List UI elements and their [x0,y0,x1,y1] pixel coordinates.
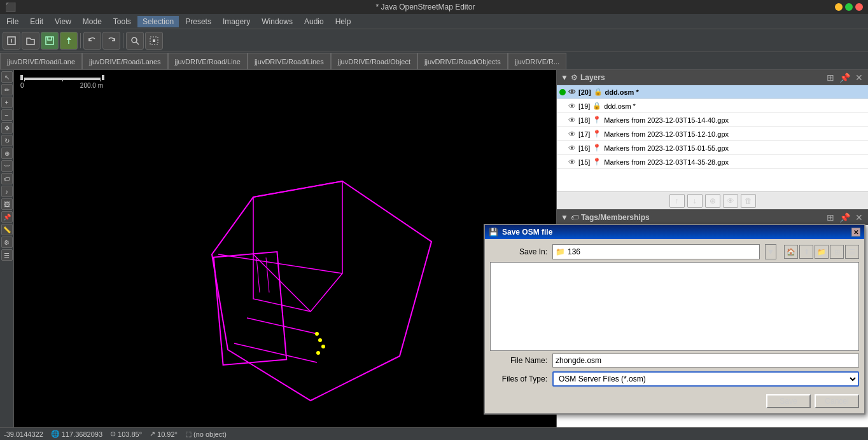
menu-audio[interactable]: Audio [299,16,329,27]
layer-eye-17[interactable]: 👁 [568,130,576,139]
svg-marker-10 [253,181,342,312]
tags-close-btn[interactable]: ✕ [854,212,864,223]
layer-name-18: Markers from 2023-12-03T15-14-40.gpx [604,116,729,124]
layer-row[interactable]: 👁 [16] 📍 Markers from 2023-12-03T15-01-5… [557,141,868,155]
save-view-btn1[interactable]: ⊞ [830,245,844,259]
lt-zoom-out-btn[interactable]: − [1,109,13,121]
layer-eye-18[interactable]: 👁 [568,116,576,125]
svg-point-4 [132,38,137,43]
lt-zoom-in-btn[interactable]: + [1,97,13,108]
lt-tag-btn[interactable]: 🏷 [1,173,13,184]
layer-row[interactable]: 👁 [18] 📍 Markers from 2023-12-03T15-14-4… [557,113,868,127]
menu-presets[interactable]: Presets [180,16,216,27]
layer-down-btn[interactable]: ↓ [687,194,703,208]
lt-layers-btn[interactable]: ☰ [1,249,13,261]
layer-eye-20[interactable]: 👁 [568,88,576,97]
menu-windows[interactable]: Windows [256,16,298,27]
save-osm-dialog: 💾 Save OSM file ✕ Save In: 📁 136 ▼ 🏠 ⬆ 📁… [484,224,865,415]
menu-edit[interactable]: Edit [25,16,48,27]
layer-eye-19[interactable]: 👁 [568,102,576,111]
lon-icon: 🌐 [51,430,60,438]
toolbar [0,29,868,52]
layer-row[interactable]: 👁 [19] 🔒 ddd.osm * [557,99,868,113]
maximize-btn[interactable] [845,3,853,11]
save-dialog-title: Save OSM file [502,228,848,237]
lt-filter-btn[interactable]: ⚙ [1,237,13,248]
lt-way-btn[interactable]: 〰 [1,160,13,172]
file-name-input[interactable] [552,354,859,368]
svg-line-12 [218,254,342,273]
save-dialog-close-btn[interactable]: ✕ [851,228,860,237]
tags-collapse-icon[interactable]: ▼ [561,213,568,222]
save-view-btn2[interactable]: ☰ [845,245,859,259]
layer-eye-toggle-btn[interactable]: 👁 [723,194,738,208]
layers-maximize-btn[interactable]: ⊞ [825,72,836,83]
map-canvas[interactable]: 0 200.0 m [14,70,556,440]
layer-up-btn[interactable]: ↑ [669,194,685,208]
save-in-dropdown-btn[interactable]: ▼ [765,244,776,259]
tab-road-object[interactable]: jjuvDRIVE/Road/Object [331,53,417,69]
redo-btn[interactable] [102,32,120,50]
tab-road-lanes[interactable]: jjuvDRIVE/Road/Lanes [82,53,168,69]
lt-node-btn[interactable]: ⊕ [1,148,13,159]
layer-delete-btn[interactable]: 🗑 [741,194,756,208]
save-up-btn[interactable]: ⬆ [799,245,813,259]
tab-road-objects[interactable]: jjuvDRIVE/Road/Objects [417,53,508,69]
layer-eye-15[interactable]: 👁 [568,158,576,167]
upload-btn[interactable] [60,32,78,50]
menu-tools[interactable]: Tools [108,16,136,27]
files-of-type-select[interactable]: OSM Server Files (*.osm) [552,371,859,387]
layers-pin-btn[interactable]: 📌 [838,72,851,83]
cancel-btn[interactable]: Cancel [815,394,859,408]
menu-help[interactable]: Help [330,16,356,27]
tab-road-lines[interactable]: jjuvDRIVE/Road/Lines [248,53,331,69]
save-home-btn[interactable]: 🏠 [784,245,798,259]
menu-imagery[interactable]: Imagery [218,16,255,27]
layers-close-btn[interactable]: ✕ [854,72,864,83]
lt-select-btn[interactable]: ↖ [1,71,13,83]
tags-maximize-btn[interactable]: ⊞ [825,212,836,223]
save-btn[interactable]: Save [766,394,811,408]
save-in-combo[interactable]: 📁 136 [552,244,760,259]
layer-row[interactable]: 👁 [15] 📍 Markers from 2023-12-03T14-35-2… [557,155,868,169]
menu-file[interactable]: File [1,16,24,27]
tags-title: Tags/Memberships [581,213,823,222]
save-toolbar-btn[interactable] [41,32,59,50]
lt-measure-btn[interactable]: 📏 [1,224,13,235]
lt-audio-btn[interactable]: ♪ [1,186,13,197]
zoom-btn[interactable] [126,32,144,50]
tab-road-extra[interactable]: jjuvDRIVE/R... [508,53,566,69]
lt-image-btn[interactable]: 🖼 [1,198,13,210]
layer-name-16: Markers from 2023-12-03T15-01-55.gpx [604,144,729,152]
layer-name-15: Markers from 2023-12-03T14-35-28.gpx [604,158,729,166]
lt-move-btn[interactable]: ✥ [1,122,13,134]
save-new-folder-btn[interactable]: 📁 [815,245,829,259]
tags-pin-btn[interactable]: 📌 [838,212,851,223]
minimize-btn[interactable] [835,3,843,11]
lt-rotate-btn[interactable]: ↻ [1,135,13,146]
svg-line-13 [247,318,317,334]
win-dots: ⬛ [5,2,16,12]
layer-merge-btn[interactable]: ⊕ [705,194,720,208]
select-btn[interactable] [145,32,163,50]
layer-row[interactable]: 👁 [17] 📍 Markers from 2023-12-03T15-12-1… [557,127,868,141]
menu-mode[interactable]: Mode [78,16,107,27]
open-btn[interactable] [22,32,39,50]
undo-btn[interactable] [83,32,101,50]
menu-view[interactable]: View [50,16,76,27]
new-layer-btn[interactable] [3,32,20,50]
menu-selection[interactable]: Selection [137,16,179,27]
layer-eye-16[interactable]: 👁 [568,144,576,153]
tab-road-lane[interactable]: jjuvDRIVE/Road/Lane [0,53,82,69]
close-btn[interactable] [855,3,863,11]
layer-id-15: [15] [578,158,590,166]
layers-collapse-icon[interactable]: ▼ [561,73,568,82]
file-list-area[interactable] [490,262,859,351]
left-toolbar: ↖ ✏ + − ✥ ↻ ⊕ 〰 🏷 ♪ 🖼 📌 📏 ⚙ ☰ [0,70,14,440]
lt-draw-btn[interactable]: ✏ [1,84,13,95]
layer-row[interactable]: 👁 [20] 🔒 ddd.osm * [557,85,868,99]
angle-icon: ⊙ [110,430,116,438]
lt-note-btn[interactable]: 📌 [1,211,13,223]
tab-road-line[interactable]: jjuvDRIVE/Road/Line [168,53,248,69]
title-text: * Java OpenStreetMap Editor [21,3,830,11]
